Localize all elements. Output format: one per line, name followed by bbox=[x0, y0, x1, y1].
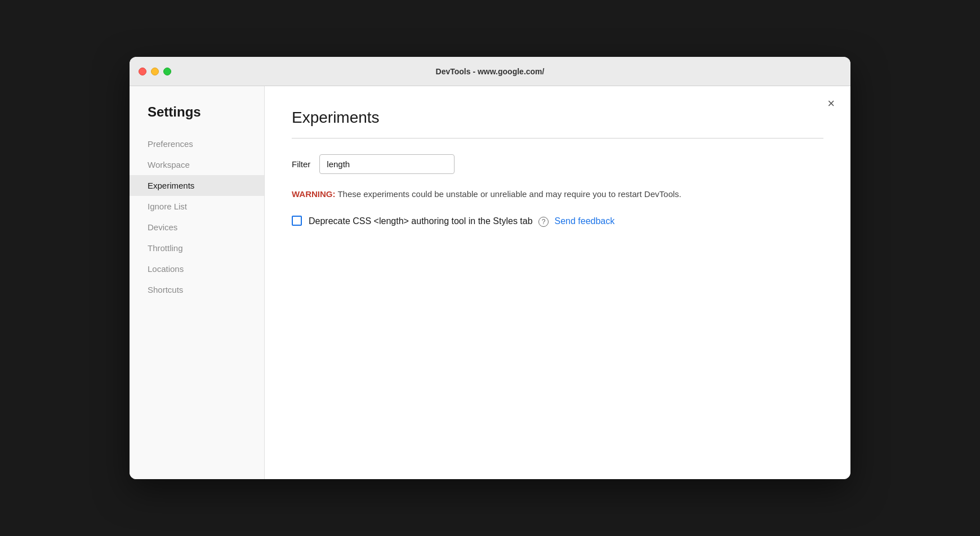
experiment-item: Deprecate CSS <length> authoring tool in… bbox=[292, 215, 823, 228]
sidebar: Settings Preferences Workspace Experimen… bbox=[130, 86, 265, 479]
sidebar-item-workspace[interactable]: Workspace bbox=[130, 154, 264, 175]
sidebar-item-experiments[interactable]: Experiments bbox=[130, 175, 264, 196]
experiment-checkbox[interactable] bbox=[292, 216, 302, 226]
sidebar-item-devices[interactable]: Devices bbox=[130, 217, 264, 238]
warning-text: WARNING: These experiments could be unst… bbox=[292, 187, 823, 201]
page-title: Experiments bbox=[292, 109, 823, 127]
close-button[interactable]: × bbox=[827, 97, 835, 110]
sidebar-item-locations[interactable]: Locations bbox=[130, 258, 264, 279]
sidebar-title: Settings bbox=[130, 104, 264, 133]
sidebar-item-preferences[interactable]: Preferences bbox=[130, 133, 264, 154]
traffic-lights bbox=[139, 68, 171, 75]
sidebar-nav: Preferences Workspace Experiments Ignore… bbox=[130, 133, 264, 300]
sidebar-item-throttling[interactable]: Throttling bbox=[130, 238, 264, 258]
warning-keyword: WARNING: bbox=[292, 189, 336, 199]
minimize-traffic-light[interactable] bbox=[151, 68, 159, 75]
main-content: × Experiments Filter WARNING: These expe… bbox=[265, 86, 850, 479]
maximize-traffic-light[interactable] bbox=[163, 68, 171, 75]
experiment-label-text: Deprecate CSS <length> authoring tool in… bbox=[309, 216, 533, 226]
experiment-label: Deprecate CSS <length> authoring tool in… bbox=[309, 215, 614, 228]
divider bbox=[292, 138, 823, 139]
window-body: Settings Preferences Workspace Experimen… bbox=[130, 86, 850, 479]
close-traffic-light[interactable] bbox=[139, 68, 146, 75]
devtools-window: DevTools - www.google.com/ Settings Pref… bbox=[130, 57, 850, 479]
filter-label: Filter bbox=[292, 159, 310, 169]
window-title: DevTools - www.google.com/ bbox=[436, 67, 545, 76]
title-bar: DevTools - www.google.com/ bbox=[130, 57, 850, 86]
sidebar-item-shortcuts[interactable]: Shortcuts bbox=[130, 279, 264, 300]
sidebar-item-ignore-list[interactable]: Ignore List bbox=[130, 196, 264, 217]
send-feedback-link[interactable]: Send feedback bbox=[555, 216, 615, 226]
warning-body: These experiments could be unstable or u… bbox=[336, 189, 681, 199]
filter-input[interactable] bbox=[319, 154, 455, 174]
help-icon[interactable]: ? bbox=[538, 217, 549, 227]
filter-row: Filter bbox=[292, 154, 823, 174]
